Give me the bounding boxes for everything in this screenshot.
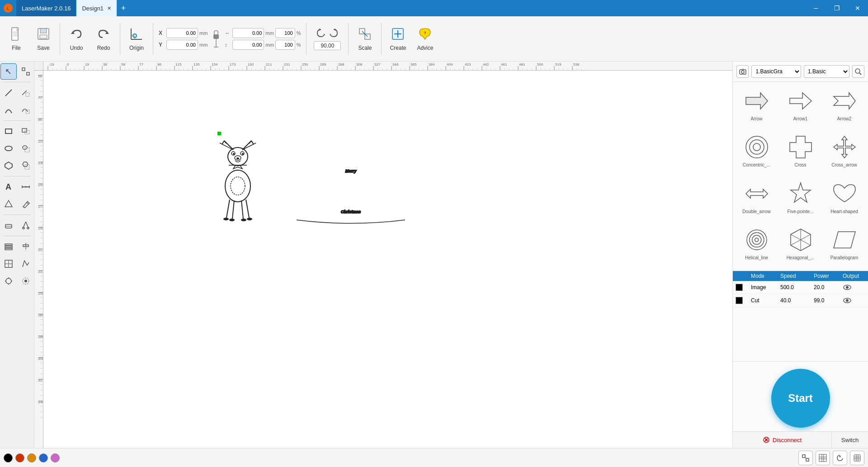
titlebar: L LaserMaker 2.0.16 Design1 ✕ + ─ ❐ ✕ [0, 0, 868, 16]
fx2-tool[interactable] [18, 273, 34, 289]
height-input[interactable] [232, 40, 264, 50]
undo-button[interactable]: Undo [64, 21, 89, 57]
shape-arrow1[interactable]: Arrow1 [780, 86, 821, 128]
shape-heart[interactable]: Heart-shaped [824, 178, 864, 221]
shape-cross[interactable]: Cross [780, 132, 821, 174]
svg-point-342 [750, 140, 764, 154]
rotation-value[interactable]: 90.00 [314, 41, 341, 50]
restore-button[interactable]: ❐ [826, 0, 847, 16]
create-button[interactable]: Create [385, 21, 410, 57]
switch-button[interactable]: Switch [832, 432, 868, 448]
layer-image-row[interactable]: Image 500.0 20.0 [733, 281, 868, 294]
measure-tool[interactable] [18, 179, 34, 195]
start-button[interactable]: Start [771, 369, 830, 428]
shape-arrow[interactable]: Arrow [736, 86, 777, 128]
svg-text:269: 269 [320, 62, 326, 67]
canvas-workspace[interactable]: Merry Christmas [43, 71, 732, 448]
minimize-button[interactable]: ─ [806, 0, 826, 16]
close-tab-icon[interactable]: ✕ [107, 5, 111, 11]
height-pct-input[interactable] [275, 40, 295, 50]
curve-tool[interactable] [0, 102, 17, 118]
svg-text:?: ? [424, 31, 427, 35]
shape-hexagonal[interactable]: Hexagonal_... [780, 224, 821, 267]
save-button[interactable]: Save [31, 21, 56, 57]
rotate-ccw-icon[interactable] [316, 28, 326, 38]
add-tab-button[interactable]: + [117, 2, 130, 14]
disconnect-button[interactable]: Disconnect [733, 432, 832, 448]
arrow-label: Arrow [750, 116, 762, 121]
select-tool[interactable]: ↖ [0, 63, 17, 80]
svg-marker-344 [790, 136, 811, 158]
line-tool[interactable] [0, 85, 17, 101]
align-tool[interactable] [18, 238, 34, 255]
origin-button[interactable]: Origin [124, 21, 149, 57]
double-arrow-shape-icon [743, 180, 770, 207]
svg-marker-346 [746, 189, 768, 198]
layer-cut-row[interactable]: Cut 40.0 99.0 [733, 294, 868, 307]
layer-cut-speed: 40.0 [780, 297, 812, 304]
fill-tool[interactable] [0, 196, 17, 212]
refresh-button[interactable] [833, 451, 847, 465]
width-input[interactable] [232, 28, 264, 38]
svg-text:135: 135 [193, 62, 200, 67]
layer-image-visibility[interactable] [843, 283, 852, 292]
redo-button[interactable]: Redo [91, 21, 116, 57]
color-orange[interactable] [27, 453, 36, 462]
file-button[interactable]: File [4, 21, 29, 57]
text-tool[interactable]: A [0, 179, 17, 195]
ellipse-tool[interactable] [0, 140, 17, 157]
edit-fill-tool[interactable] [18, 196, 34, 212]
fx-tool[interactable] [0, 273, 17, 289]
toolbar-separator-5 [348, 23, 349, 55]
color-purple[interactable] [51, 453, 60, 462]
w-row: ↔ mm % [225, 28, 301, 38]
copy-curve-tool[interactable] [18, 102, 34, 118]
library-dropdown-2[interactable]: 1.Basic [804, 65, 849, 78]
close-button[interactable]: ✕ [847, 0, 868, 16]
parallelogram-shape-icon [831, 226, 858, 253]
camera-icon-btn[interactable] [736, 65, 749, 78]
scale-button[interactable]: Scale [352, 21, 377, 57]
table-tool[interactable] [0, 256, 17, 272]
polygon-tool[interactable] [0, 157, 17, 174]
shape-arrow2[interactable]: Arrow2 [824, 86, 864, 128]
cut-tool[interactable] [18, 217, 34, 234]
x-input[interactable] [166, 28, 198, 38]
right-panel: 1.BasicGra 1.Basic Arrow [732, 62, 868, 448]
grid-button[interactable] [816, 451, 830, 465]
copy-polygon-tool[interactable] [18, 157, 34, 174]
y-input[interactable] [166, 40, 198, 50]
copy-ellipse-tool[interactable] [18, 140, 34, 157]
tool-sep-3 [4, 176, 31, 176]
layer-cut-visibility[interactable] [843, 296, 852, 305]
color-red[interactable] [15, 453, 24, 462]
shape-double-arrow[interactable]: Double_arrow [736, 178, 777, 221]
shape-cross-arrow[interactable]: Cross_arrow [824, 132, 864, 174]
rotate-cw-icon[interactable] [328, 28, 339, 38]
file-icon [9, 27, 24, 43]
copy-line-tool[interactable] [18, 85, 34, 101]
color-black[interactable] [4, 453, 13, 462]
settings-button[interactable] [850, 451, 864, 465]
library-dropdown-1[interactable]: 1.BasicGra [751, 65, 801, 78]
canvas-area[interactable]: -190193858779611513515417319221123125026… [34, 62, 732, 448]
svg-text:211: 211 [266, 62, 272, 67]
rect-tool[interactable] [0, 123, 17, 139]
shape-five-pointed[interactable]: Five-pointe... [780, 178, 821, 221]
shape-helical[interactable]: Helical_line [736, 224, 777, 267]
snap-button[interactable] [798, 451, 813, 465]
color-blue[interactable] [39, 453, 48, 462]
width-pct-input[interactable] [275, 28, 295, 38]
shape-concentric[interactable]: Concentric_... [736, 132, 777, 174]
path-tool[interactable] [18, 256, 34, 272]
layer-image-power: 20.0 [814, 284, 841, 291]
eraser-tool[interactable] [0, 217, 17, 234]
advice-button[interactable]: ? Advice [412, 21, 438, 57]
search-icon-btn[interactable] [852, 65, 864, 78]
copy-rect-tool[interactable] [18, 123, 34, 139]
layers-tool[interactable] [0, 238, 17, 255]
design-tab[interactable]: Design1 ✕ [76, 0, 117, 16]
shape-parallelogram[interactable]: Parallelogram [824, 224, 864, 267]
node-tool[interactable] [18, 63, 34, 80]
svg-text:346: 346 [38, 400, 43, 404]
